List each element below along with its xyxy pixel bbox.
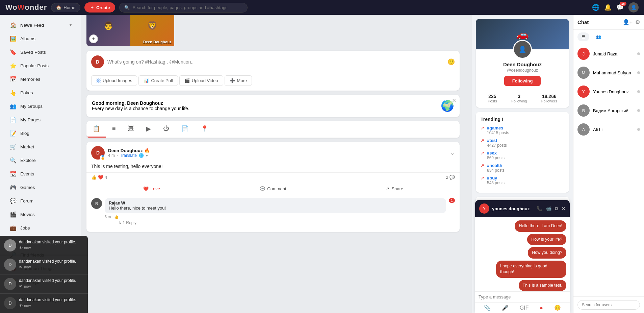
notifications-panel: D dandanakan visited your profile. 👁 now… [0, 236, 88, 241]
trending-item-sex[interactable]: ↗ #sex 869 posts [481, 150, 564, 160]
chat-panel: Chat 👤+ ⚙ ☰ 👥 J Junaid Raza M Muhammad S… [573, 15, 644, 241]
notifications-button[interactable]: 💬 16 [616, 4, 624, 11]
games-icon: 🎮 [9, 184, 17, 191]
profile-cover-photo: 🚗 👤 [476, 19, 569, 49]
sidebar-item-my-groups[interactable]: 👥 My Groups [3, 99, 78, 113]
add-contact-icon[interactable]: 👤+ [623, 19, 633, 25]
contact-avatar-junaid: J [577, 48, 590, 60]
tab-video[interactable]: ▶ [140, 121, 157, 138]
sidebar-item-forum[interactable]: 💬 Forum [3, 194, 78, 208]
tab-location[interactable]: 📍 [195, 121, 214, 138]
love-action-button[interactable]: ❤️ Love [91, 184, 212, 194]
main-content: 👨 + 🦁 Deen Doughouz D 🙂 🖼 Upload Images … [81, 0, 465, 241]
sidebar-item-explore[interactable]: 🔍 Explore [3, 153, 78, 167]
sidebar-item-saved-posts[interactable]: 🔖 Saved Posts [3, 45, 78, 59]
app-logo[interactable]: WoWonder [5, 3, 47, 12]
chat-message-2: How is your life? [527, 234, 566, 242]
sidebar-item-albums[interactable]: 🖼️ Albums [3, 32, 78, 45]
sidebar-item-movies[interactable]: 🎬 Movies [3, 208, 78, 221]
notification-badge: 16 [620, 2, 626, 6]
like-comment-button[interactable]: 👍 [114, 215, 119, 219]
sidebar-item-my-pages[interactable]: 📄 My Pages [3, 113, 78, 126]
comment-bubble: Rajae W Hello there, nice to meet you! [105, 198, 446, 213]
sidebar-label-forum: Forum [20, 198, 33, 203]
upload-video-button[interactable]: 🎬 Upload Video [179, 75, 223, 86]
greeting-close-button[interactable]: ✕ [452, 97, 456, 104]
chat-contact-list: J Junaid Raza M Muhammad Sufyan Y Younes… [573, 44, 644, 241]
tab-files[interactable]: 📄 [175, 121, 195, 138]
sidebar-item-memories[interactable]: 📅 Memories [3, 72, 78, 86]
love-icon: ❤️ [98, 175, 103, 180]
add-photo-button[interactable]: + [89, 34, 98, 43]
share-action-button[interactable]: ↗ Share [334, 184, 455, 194]
sidebar-item-news-feed[interactable]: 🏠 News Feed ▾ [3, 18, 78, 32]
plus-circle-icon: ➕ [230, 78, 235, 83]
user-avatar[interactable]: 👤 [628, 2, 639, 13]
create-button[interactable]: ＋ Create [84, 2, 115, 13]
memories-icon: 📅 [9, 75, 17, 83]
chat-contact-younes[interactable]: Y Younes Doughouz [573, 82, 644, 101]
blog-icon: 📝 [9, 129, 17, 137]
trending-item-buy[interactable]: ↗ #buy 543 posts [481, 175, 564, 185]
translate-link[interactable]: Translate [120, 153, 137, 158]
trending-item-health[interactable]: ↗ #health 834 posts [481, 163, 564, 173]
upload-images-button[interactable]: 🖼 Upload Images [91, 75, 137, 86]
contact-avatar-vadim: В [577, 104, 590, 117]
chat-user-avatar: Y [479, 203, 489, 214]
comment-action-button[interactable]: 💬 Comment [213, 184, 334, 194]
close-chat-button[interactable]: ✕ [562, 206, 566, 212]
trending-arrow-icon-3: ↗ [481, 150, 484, 155]
bell-icon[interactable]: 🔔 [604, 4, 612, 11]
trending-item-games[interactable]: ↗ #games 10415 posts [481, 125, 564, 135]
following-button[interactable]: Following [504, 76, 541, 86]
chat-tab-groups[interactable]: 👥 [592, 32, 605, 41]
voice-call-icon[interactable]: 📞 [537, 206, 542, 212]
comment-count: 2 💬 [446, 175, 455, 180]
video-call-icon[interactable]: 📹 [546, 206, 551, 212]
trending-card: Trending ! ↗ #games 10415 posts ↗ #test … [476, 112, 569, 193]
like-icon: 👍 [91, 175, 97, 180]
followers-stat: 18,266 Followers [541, 94, 557, 103]
chat-contact-sufyan[interactable]: M Muhammad Sufyan [573, 63, 644, 82]
chat-contact-junaid[interactable]: J Junaid Raza [573, 44, 644, 63]
chat-tab-single[interactable]: ☰ [577, 32, 589, 41]
plus-icon: ＋ [90, 4, 94, 10]
reply-button[interactable]: ↳ 1 Reply [105, 220, 455, 225]
tabs-row: 📋 ≡ 🖼 ▶ ⏻ 📄 📍 [86, 121, 460, 138]
sidebar-item-jobs[interactable]: 💼 Jobs [3, 221, 78, 235]
search-input[interactable] [132, 5, 242, 10]
more-options-button[interactable]: ➕ More [225, 75, 252, 86]
chat-contact-vadim[interactable]: В Вадим Ангарский [573, 101, 644, 120]
sidebar-item-popular-posts[interactable]: ⭐ Popular Posts [3, 59, 78, 72]
sidebar-item-games[interactable]: 🎮 Games [3, 180, 78, 194]
chat-contact-ali[interactable]: A Ali Li [573, 120, 644, 139]
sidebar-item-blog[interactable]: 📝 Blog [3, 126, 78, 140]
forum-icon: 💬 [9, 197, 17, 204]
tab-all-posts[interactable]: 📋 [86, 121, 106, 138]
emoji-picker-button[interactable]: 🙂 [447, 58, 455, 66]
contact-name-younes: Younes Doughouz [593, 89, 634, 94]
comment-item: R Rajae W Hello there, nice to meet you!… [91, 198, 455, 225]
fire-icon: 🔥 [144, 148, 150, 153]
sidebar-item-pokes[interactable]: 👆 Pokes [3, 86, 78, 99]
globe-icon[interactable]: 🌐 [592, 4, 599, 11]
sidebar-item-market[interactable]: 🛒 Market [3, 140, 78, 153]
feed-post-reactions-bar: 👍 ❤️ 4 2 💬 [86, 172, 460, 182]
notification-toast-1[interactable]: D dandanakan visited your profile. 👁 now [0, 236, 88, 241]
sidebar-item-events[interactable]: 📆 Events [3, 167, 78, 180]
contact-avatar-younes: Y [577, 86, 590, 98]
tab-list-view[interactable]: ≡ [106, 121, 122, 138]
sidebar-label-news-feed: News Feed [20, 23, 44, 28]
home-button[interactable]: 🏠 Home [51, 3, 80, 12]
post-options-button[interactable]: ⌄ [450, 149, 455, 156]
greeting-title: Good morning, Deen Doughouz [92, 100, 189, 106]
post-text-input[interactable] [107, 59, 444, 65]
create-poll-button[interactable]: 📊 Create Poll [138, 75, 178, 86]
dropdown-arrow-icon[interactable]: ▾ [146, 153, 148, 158]
tab-live[interactable]: ⏻ [157, 121, 175, 138]
open-chat-icon[interactable]: ⧉ [555, 206, 558, 212]
trending-item-test[interactable]: ↗ #test 4427 posts [481, 138, 564, 148]
chat-settings-icon[interactable]: ⚙ [635, 19, 640, 25]
reaction-count: 4 [105, 175, 107, 180]
tab-media[interactable]: 🖼 [122, 121, 140, 138]
